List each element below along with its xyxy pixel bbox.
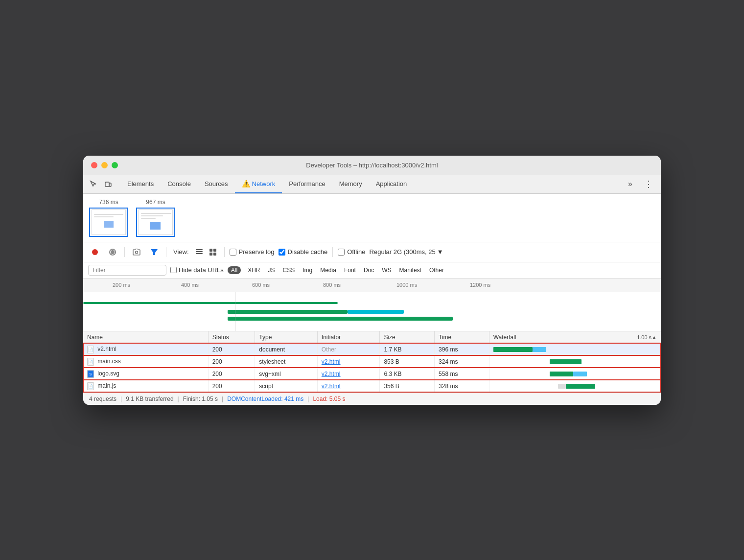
cell-size: 356 B	[380, 380, 435, 392]
disable-cache-checkbox[interactable]	[279, 249, 285, 256]
table-header-row: Name Status Type Initiator Size Time Wat…	[83, 331, 661, 344]
table-row[interactable]: 📄 v2.html 200 document Other 1.7 KB 396 …	[83, 343, 661, 355]
tab-performance[interactable]: Performance	[282, 175, 332, 193]
cell-initiator: Other	[317, 343, 380, 355]
camera-button[interactable]	[130, 245, 143, 259]
list-view-button[interactable]	[193, 246, 206, 258]
filmstrip-item-0[interactable]: 736 ms	[89, 199, 128, 237]
inspect-element-icon[interactable]	[87, 178, 100, 190]
filter-other[interactable]: Other	[426, 266, 447, 275]
filmstrip-time-0: 736 ms	[99, 199, 118, 206]
cell-name: 📄 v2.html	[83, 343, 208, 355]
throttle-arrow-icon: ▼	[437, 248, 443, 256]
group-view-button[interactable]	[207, 246, 219, 258]
toolbar: View: Preserve log	[83, 242, 661, 262]
cell-waterfall	[489, 343, 661, 355]
svg-rect-6	[196, 253, 203, 254]
preserve-log-label: Preserve log	[239, 248, 275, 256]
cell-time: 328 ms	[435, 380, 489, 392]
preserve-log-checkbox-group[interactable]: Preserve log	[230, 248, 275, 256]
tab-network[interactable]: ⚠️ Network	[235, 175, 282, 193]
window-title: Developer Tools – http://localhost:3000/…	[306, 162, 438, 169]
tab-memory[interactable]: Memory	[332, 175, 369, 193]
filter-doc[interactable]: Doc	[361, 266, 377, 275]
offline-checkbox[interactable]	[338, 249, 345, 256]
timeline-label-1000: 1000 ms	[396, 282, 417, 288]
devtools-window: Developer Tools – http://localhost:3000/…	[83, 156, 661, 405]
filter-css[interactable]: CSS	[279, 266, 298, 275]
filter-button[interactable]	[147, 245, 161, 259]
wf-bar-blue	[533, 347, 546, 352]
toolbar-separator-3	[224, 247, 225, 257]
filter-font[interactable]: Font	[341, 266, 359, 275]
all-badge[interactable]: All	[228, 266, 241, 274]
timeline-label-400: 400 ms	[181, 282, 199, 288]
tab-application[interactable]: Application	[369, 175, 414, 193]
timeline-header: 200 ms 400 ms 600 ms 800 ms 1000 ms 1200…	[83, 279, 661, 292]
col-status[interactable]: Status	[208, 331, 255, 344]
filmstrip-area: 736 ms 967 ms	[83, 194, 661, 242]
table-row[interactable]: 📄 main.js 200 script v2.html 356 B 328 m…	[83, 380, 661, 392]
svg-rect-4	[196, 249, 203, 250]
filmstrip-thumb-1[interactable]	[136, 208, 175, 237]
cell-size: 6.3 KB	[380, 368, 435, 380]
record-button[interactable]	[88, 245, 102, 259]
device-toggle-icon[interactable]	[102, 178, 115, 190]
network-throttle-dropdown[interactable]: Regular 2G (300ms, 25 ▼	[370, 248, 443, 256]
offline-label: Offline	[347, 248, 365, 256]
filter-xhr[interactable]: XHR	[245, 266, 263, 275]
timeline-area	[83, 292, 661, 331]
tab-elements[interactable]: Elements	[120, 175, 161, 193]
timeline-bar-cyan-1	[348, 310, 404, 314]
tab-sources[interactable]: Sources	[198, 175, 235, 193]
col-initiator[interactable]: Initiator	[317, 331, 380, 344]
tabs-list: Elements Console Sources ⚠️ Network Perf…	[120, 175, 624, 193]
tabs-bar: Elements Console Sources ⚠️ Network Perf…	[83, 175, 661, 194]
close-button[interactable]	[91, 162, 97, 168]
filter-media[interactable]: Media	[317, 266, 339, 275]
more-tabs-button[interactable]: »	[624, 180, 636, 188]
filter-input[interactable]	[88, 265, 166, 276]
col-time[interactable]: Time	[435, 331, 489, 344]
filter-manifest[interactable]: Manifest	[396, 266, 424, 275]
hide-data-urls-group[interactable]: Hide data URLs All	[170, 266, 241, 274]
filter-ws[interactable]: WS	[379, 266, 394, 275]
table-row[interactable]: 📄 main.css 200 stylesheet v2.html 853 B …	[83, 355, 661, 368]
tab-icons	[87, 178, 115, 190]
traffic-lights	[91, 162, 118, 168]
status-domcontent: DOMContentLoaded: 421 ms	[227, 396, 303, 402]
offline-checkbox-group[interactable]: Offline	[338, 248, 365, 256]
col-name[interactable]: Name	[83, 331, 208, 344]
table-container: Name Status Type Initiator Size Time Wat…	[83, 331, 661, 393]
filmstrip-item-1[interactable]: 967 ms	[136, 199, 175, 237]
wf-bar-green	[566, 384, 595, 389]
cell-name: 📄 main.js	[83, 380, 208, 392]
maximize-button[interactable]	[112, 162, 118, 168]
filter-img[interactable]: Img	[300, 266, 315, 275]
timeline-label-800: 800 ms	[323, 282, 341, 288]
table-row[interactable]: S logo.svg 200 svg+xml v2.html 6.3 KB 55…	[83, 368, 661, 380]
tab-console[interactable]: Console	[161, 175, 198, 193]
filmstrip-time-1: 967 ms	[146, 199, 165, 206]
minimize-button[interactable]	[101, 162, 108, 168]
col-type[interactable]: Type	[255, 331, 318, 344]
preserve-log-checkbox[interactable]	[230, 249, 236, 256]
disable-cache-checkbox-group[interactable]: Disable cache	[279, 248, 328, 256]
filmstrip-thumb-0[interactable]	[89, 208, 128, 237]
cell-name: 📄 main.css	[83, 355, 208, 368]
toolbar-separator-2	[166, 247, 166, 257]
status-bar: 4 requests | 9.1 KB transferred | Finish…	[83, 393, 661, 405]
hide-data-urls-checkbox[interactable]	[170, 267, 177, 273]
stop-button[interactable]	[106, 245, 119, 259]
filter-js[interactable]: JS	[265, 266, 278, 275]
wf-bar-grey	[558, 384, 566, 389]
cell-type: svg+xml	[255, 368, 318, 380]
devtools-menu-button[interactable]: ⋮	[640, 179, 657, 189]
cell-name: S logo.svg	[83, 368, 208, 380]
timeline-label-600: 600 ms	[252, 282, 270, 288]
wf-bar-green	[493, 347, 533, 352]
col-waterfall[interactable]: Waterfall 1.00 s▲	[489, 331, 661, 344]
col-size[interactable]: Size	[380, 331, 435, 344]
timeline-bar-green-3	[228, 317, 453, 321]
file-icon-doc: 📄	[87, 358, 94, 366]
